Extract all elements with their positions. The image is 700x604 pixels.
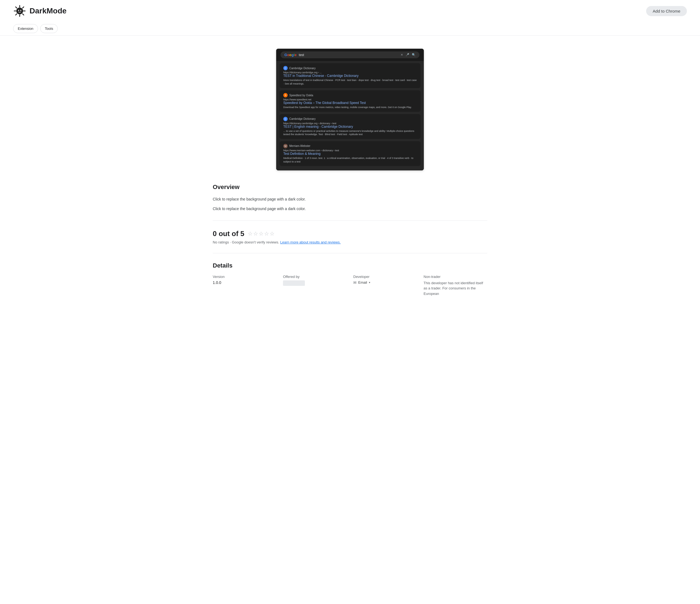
divider-1 xyxy=(213,220,487,221)
tab-extension[interactable]: Extension xyxy=(13,24,38,33)
svg-line-5 xyxy=(16,7,17,8)
google-logo: Google xyxy=(284,53,297,57)
nav-tabs: Extension Tools xyxy=(0,22,700,35)
result-favicon-1: C xyxy=(283,66,288,70)
tab-tools[interactable]: Tools xyxy=(40,24,58,33)
google-verify-text: Google doesn't verify reviews. xyxy=(232,240,279,244)
overview-section: Overview Click to replace the background… xyxy=(213,184,487,212)
search-query: test xyxy=(299,53,401,57)
details-title: Details xyxy=(213,262,487,269)
details-grid: Version 1.0.0 Offered by Developer ✉ Ema… xyxy=(213,275,487,296)
overview-paragraph-1: Click to replace the background page wit… xyxy=(213,196,487,202)
page-header: DarkMode Add to Chrome xyxy=(0,0,700,22)
detail-non-trader: Non-trader This developer has not identi… xyxy=(424,275,487,296)
result-snippet-3: ... to use a set of questions or practic… xyxy=(283,129,417,136)
svg-line-8 xyxy=(16,14,17,15)
star-1: ☆ xyxy=(248,230,253,237)
result-title-3: TEST | English meaning - Cambridge Dicti… xyxy=(283,125,417,128)
screenshot-frame: Google test ✕ 🎤 🔍 C Cambridge Dictionary… xyxy=(276,49,424,170)
result-title-1: TEST in Traditional Chinese - Cambridge … xyxy=(283,74,417,78)
developer-email-label: Email xyxy=(358,281,367,285)
learn-more-link[interactable]: Learn more about results and reviews. xyxy=(280,240,341,244)
extension-icon xyxy=(13,4,26,18)
version-label: Version xyxy=(213,275,276,279)
detail-developer: Developer ✉ Email ▾ xyxy=(353,275,417,296)
offered-by-label: Offered by xyxy=(283,275,347,279)
fake-search-bar: Google test ✕ 🎤 🔍 xyxy=(280,51,420,58)
email-icon: ✉ xyxy=(353,281,356,285)
result-snippet-2: Download the Speedtest app for more metr… xyxy=(283,105,417,109)
star-3: ☆ xyxy=(259,230,264,237)
result-source-3: C Cambridge Dictionary xyxy=(283,117,417,121)
email-dropdown-icon: ▾ xyxy=(369,281,370,284)
result-title-4: Test Definition & Meaning xyxy=(283,152,417,156)
svg-point-10 xyxy=(20,10,21,11)
overview-title: Overview xyxy=(213,184,487,191)
result-source-name-4: Merriam-Webster xyxy=(289,144,310,147)
browser-bar: Google test ✕ 🎤 🔍 xyxy=(276,49,424,61)
detail-version: Version 1.0.0 xyxy=(213,275,276,296)
result-snippet-4: Medical Definition · 1 of 3 noun. test. … xyxy=(283,156,417,163)
rating-score: 0 out of 5 xyxy=(213,229,245,238)
svg-line-7 xyxy=(23,7,24,8)
result-source-4: M Merriam-Webster xyxy=(283,144,417,148)
result-url-4: https://www.merriam-webster.com › dictio… xyxy=(283,149,417,152)
result-favicon-2: S xyxy=(283,93,288,97)
non-trader-label: Non-trader xyxy=(424,275,487,279)
result-snippet-1: More translations of test in traditional… xyxy=(283,78,417,86)
svg-point-0 xyxy=(17,8,23,14)
result-source-name-3: Cambridge Dictionary xyxy=(289,117,316,120)
main-content: Google test ✕ 🎤 🔍 C Cambridge Dictionary… xyxy=(200,35,500,312)
result-title-2: Speedtest by Ookla – The Global Broadban… xyxy=(283,101,417,105)
result-favicon-3: C xyxy=(283,117,288,121)
result-url-2: https://www.speedtest.net xyxy=(283,98,417,101)
ratings-section: 0 out of 5 ☆ ☆ ☆ ☆ ☆ No ratings · Google… xyxy=(213,229,487,244)
header-left: DarkMode xyxy=(13,4,67,18)
overview-paragraph-2: Click to replace the background page wit… xyxy=(213,206,487,212)
result-url-3: https://dictionary.cambridge.org › dicti… xyxy=(283,122,417,125)
result-source-name-2: Speedtest by Ookla xyxy=(289,94,313,97)
version-value: 1.0.0 xyxy=(213,281,276,285)
result-source-2: S Speedtest by Ookla xyxy=(283,93,417,97)
svg-point-9 xyxy=(18,10,19,11)
result-favicon-4: M xyxy=(283,144,288,148)
add-to-chrome-button[interactable]: Add to Chrome xyxy=(646,6,687,16)
detail-offered-by: Offered by xyxy=(283,275,347,296)
screenshot-container: Google test ✕ 🎤 🔍 C Cambridge Dictionary… xyxy=(213,49,487,170)
developer-label: Developer xyxy=(353,275,417,279)
result-card-4: M Merriam-Webster https://www.merriam-we… xyxy=(279,141,421,166)
star-5: ☆ xyxy=(270,230,275,237)
result-source-name-1: Cambridge Dictionary xyxy=(289,67,316,70)
stars-container: ☆ ☆ ☆ ☆ ☆ xyxy=(248,230,275,237)
result-source-1: C Cambridge Dictionary xyxy=(283,66,417,70)
developer-email-container: ✉ Email ▾ xyxy=(353,281,417,285)
no-ratings-label: No ratings xyxy=(213,240,229,244)
non-trader-text: This developer has not identified itself… xyxy=(424,281,487,296)
svg-line-6 xyxy=(23,14,24,15)
details-section: Details Version 1.0.0 Offered by Develop… xyxy=(213,262,487,296)
extension-name: DarkMode xyxy=(29,6,67,15)
rating-headline: 0 out of 5 ☆ ☆ ☆ ☆ ☆ xyxy=(213,229,487,238)
rating-meta: No ratings · Google doesn't verify revie… xyxy=(213,240,487,244)
star-4: ☆ xyxy=(264,230,269,237)
result-card-2: S Speedtest by Ookla https://www.speedte… xyxy=(279,90,421,112)
search-bar-icons: ✕ 🎤 🔍 xyxy=(401,53,416,57)
result-card-1: C Cambridge Dictionary https://dictionar… xyxy=(279,63,421,88)
star-2: ☆ xyxy=(253,230,258,237)
search-results: C Cambridge Dictionary https://dictionar… xyxy=(276,61,424,170)
result-card-3: C Cambridge Dictionary https://dictionar… xyxy=(279,114,421,139)
result-url-1: https://dictionary.cambridge.org › ... xyxy=(283,71,417,74)
offered-by-image xyxy=(283,281,305,286)
